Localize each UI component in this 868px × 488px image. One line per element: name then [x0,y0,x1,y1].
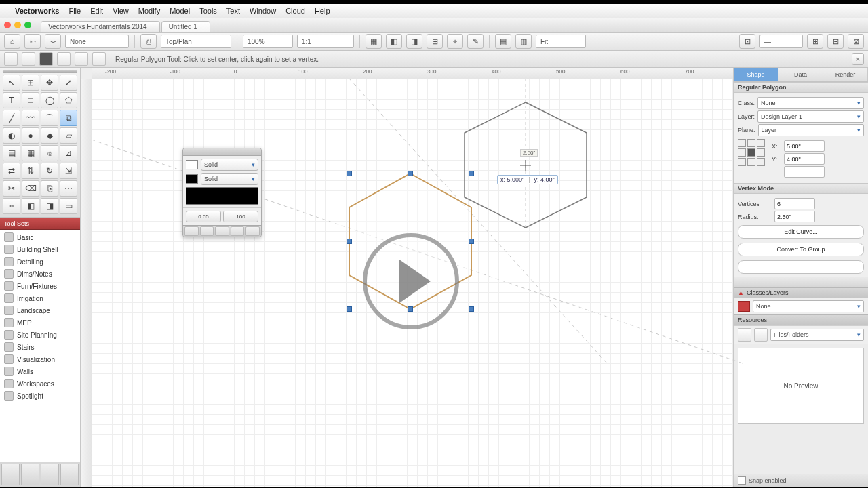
snap-dropdown[interactable]: — [760,35,803,48]
scale-dropdown[interactable]: 1:1 [297,35,354,48]
z-field[interactable] [784,166,825,178]
sel-handle[interactable] [408,171,413,176]
sel-handle[interactable] [347,171,352,176]
tbtn-generic[interactable]: ⊞ [807,34,823,49]
toolset-item[interactable]: Workspaces [0,378,80,390]
toolset-item[interactable]: Irrigation [0,292,80,304]
res-btn[interactable] [754,328,768,342]
tool-button[interactable]: ◆ [41,127,58,144]
tool-button[interactable]: ⎘ [41,180,58,197]
pen-swatch[interactable] [186,174,198,184]
toolset-item[interactable]: Landscape [0,304,80,317]
tool-button[interactable]: ✥ [41,75,58,91]
layer-dropdown[interactable]: None [65,35,129,48]
toolset-item[interactable]: Building Shell [0,243,80,256]
attr-foot-btn[interactable] [245,226,260,236]
tool-button[interactable]: ● [22,127,39,144]
resources-panel-header[interactable]: Resources [734,314,868,325]
mode-btn[interactable] [92,52,106,66]
y-field[interactable]: 4.00" [784,153,825,165]
tool-button[interactable]: ⌖ [3,198,20,214]
tbtn-generic[interactable]: ⊞ [427,34,443,49]
tool-button[interactable]: ▱ [60,127,77,144]
tbtn-generic[interactable]: ⊡ [739,34,755,49]
menu-text[interactable]: Text [226,7,240,15]
toolset-item[interactable]: Furn/Fixtures [0,280,80,292]
menu-tools[interactable]: Tools [199,7,217,15]
radius-field[interactable]: 2.50" [774,211,815,222]
sel-handle[interactable] [469,171,474,176]
tbtn-generic[interactable]: ▦ [366,34,382,49]
fill-type-dropdown[interactable]: Solid▾ [201,159,258,171]
tool-button[interactable]: ▦ [22,145,39,161]
redo-button[interactable]: ⤻ [45,34,61,49]
edit-curve-button[interactable]: Edit Curve... [738,225,864,239]
tool-button[interactable]: ◧ [22,198,39,214]
resource-select[interactable]: Files/Folders▾ [770,329,864,341]
sel-handle[interactable] [469,239,474,244]
fill-swatch[interactable] [186,160,198,169]
mode-btn[interactable] [4,52,18,66]
toolset-item[interactable]: Site Planning [0,329,80,341]
mode-btn[interactable] [22,52,35,66]
layer-dropdown[interactable]: Design Layer-1▾ [757,110,864,123]
tool-button[interactable]: ⌒ [41,110,58,126]
tool-button[interactable]: ⇄ [3,163,20,179]
tool-button[interactable]: ⌫ [22,180,39,197]
plane-dropdown[interactable]: Layer▾ [758,124,864,136]
class-dropdown[interactable]: None▾ [757,97,864,109]
tool-button[interactable]: ⊿ [60,145,77,161]
toolset-item[interactable]: Visualization [0,353,80,365]
tool-button[interactable]: ↖ [3,75,20,91]
home-button[interactable]: ⌂ [4,34,20,49]
mode-btn[interactable] [39,52,53,66]
traffic-close-icon[interactable] [4,22,11,28]
lineweight-dropdown[interactable]: 0.05 [186,211,221,222]
toolset-item[interactable]: MEP [0,317,80,329]
x-field[interactable]: 5.00" [784,140,825,152]
tool-button[interactable]: ⌾ [41,145,58,161]
thumb[interactable] [60,464,79,485]
tool-button[interactable]: ✂ [3,180,20,197]
tool-button[interactable]: □ [22,92,39,108]
tbtn-generic[interactable]: ▤ [495,34,511,49]
tbtn-generic[interactable]: ◨ [406,34,422,49]
oip-tab-data[interactable]: Data [778,68,823,81]
vertices-field[interactable]: 6 [774,198,815,209]
fit-button[interactable]: Fit [536,35,586,48]
toolset-item[interactable]: Dims/Notes [0,268,80,280]
tool-button[interactable]: ⧉ [60,110,77,126]
attributes-palette[interactable]: Solid▾ Solid▾ 0.05 100 [182,148,262,237]
tool-button[interactable]: ◯ [41,92,58,108]
undo-button[interactable]: ⤺ [24,34,41,49]
sel-handle[interactable] [469,306,474,312]
zoom-field[interactable]: 100% [243,35,293,48]
attr-foot-btn[interactable] [215,226,229,236]
palette-drag-bar[interactable] [183,148,261,156]
view-dropdown[interactable]: Top/Plan [161,35,231,48]
tool-button[interactable]: ⤢ [60,75,77,91]
mode-btn[interactable] [57,52,71,66]
tool-button[interactable]: ⬠ [60,92,77,108]
sel-handle[interactable] [347,306,352,312]
tool-button[interactable]: ↻ [41,163,58,179]
tool-button[interactable]: ╱ [3,110,20,126]
convert-button[interactable]: Convert To Group [738,243,864,256]
toolset-item[interactable]: Basic [0,231,80,243]
menu-view[interactable]: View [113,7,129,15]
tbtn-generic[interactable]: ✎ [467,34,484,49]
tool-button[interactable]: ▤ [3,145,20,161]
attr-foot-btn[interactable] [231,226,245,236]
palette-grip[interactable] [3,70,77,73]
class-select[interactable]: None▾ [753,300,864,312]
menu-modify[interactable]: Modify [138,7,160,15]
attr-foot-btn[interactable] [184,226,199,236]
document-tab-0[interactable]: Vectorworks Fundamentals 2014 [41,21,160,32]
classes-panel-header[interactable]: ▲Classes/Layers [734,287,868,298]
pen-type-dropdown[interactable]: Solid▾ [201,173,258,185]
tool-button[interactable]: ⇲ [60,163,77,179]
traffic-zoom-icon[interactable] [24,22,31,28]
menu-model[interactable]: Model [170,7,190,15]
thumb[interactable] [21,464,39,485]
document-tab-1[interactable]: Untitled 1 [161,21,210,32]
